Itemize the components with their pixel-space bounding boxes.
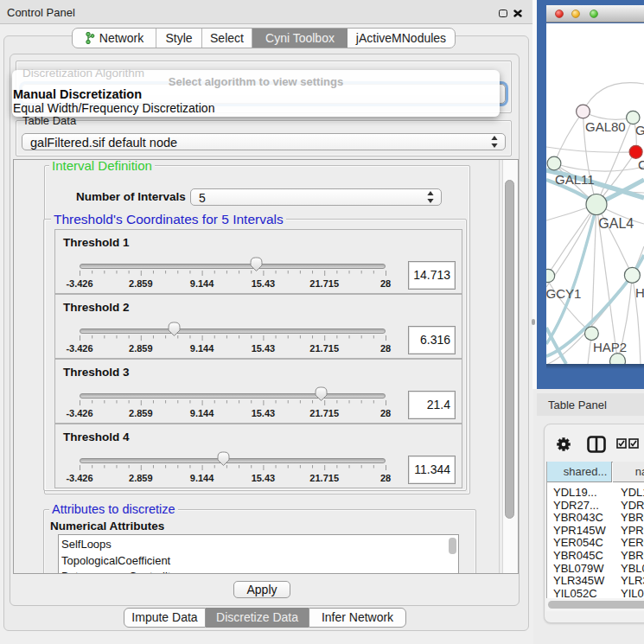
svg-text:GCY1: GCY1 — [546, 286, 581, 301]
svg-text:GAL4: GAL4 — [598, 216, 634, 231]
svg-text:GAL80: GAL80 — [585, 119, 626, 134]
svg-text:GA: GA — [635, 123, 644, 137]
svg-text:HA: HA — [635, 285, 644, 300]
svg-text:CY: CY — [638, 157, 644, 172]
svg-text:GAL11: GAL11 — [555, 172, 595, 187]
svg-text:HAP2: HAP2 — [593, 340, 627, 354]
